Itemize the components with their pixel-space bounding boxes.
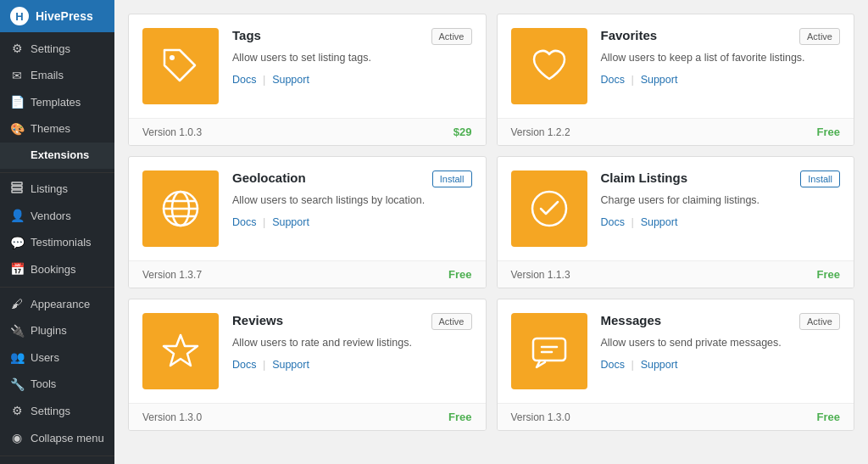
sidebar-item-plugins[interactable]: 🔌 Plugins <box>0 318 114 345</box>
svg-marker-10 <box>164 335 198 366</box>
ext-docs-link[interactable]: Docs <box>232 216 256 228</box>
settings-icon: ⚙ <box>10 41 24 58</box>
ext-icon-heart <box>511 28 587 104</box>
ext-card-top: Messages Active Allow users to send priv… <box>498 299 854 403</box>
ext-price: $29 <box>453 126 472 138</box>
ext-version: Version 1.3.0 <box>511 411 570 423</box>
ext-card-footer: Version 1.3.0 Free <box>129 403 486 430</box>
ext-version: Version 1.2.2 <box>511 126 570 138</box>
ext-support-link[interactable]: Support <box>272 359 309 371</box>
sidebar-item-label: Collapse menu <box>31 431 104 446</box>
sidebar-item-vendors[interactable]: 👤 Vendors <box>0 203 114 230</box>
sidebar-item-label: Tools <box>31 377 56 392</box>
svg-rect-11 <box>533 338 565 361</box>
ext-status-badge[interactable]: Install <box>800 171 840 187</box>
ext-card-footer: Version 1.2.2 Free <box>498 118 854 145</box>
ext-info-header: Claim Listings Install <box>601 171 841 187</box>
ext-title: Claim Listings <box>601 171 688 185</box>
sidebar-item-extensions[interactable]: Extensions <box>0 143 114 168</box>
ext-description: Allow users to send private messages. <box>601 335 841 351</box>
svg-rect-0 <box>12 182 22 185</box>
ext-description: Charge users for claiming listings. <box>601 193 841 209</box>
sidebar-bot-section: 🖌 Appearance 🔌 Plugins 👥 Users 🔧 Tools ⚙… <box>0 288 114 456</box>
sidebar-item-label: Themes <box>31 121 70 137</box>
ext-price: Free <box>448 411 471 423</box>
ext-status-badge: Active <box>799 28 840 45</box>
ext-links: Docs | Support <box>232 73 472 86</box>
ext-info: Geolocation Install Allow users to searc… <box>232 171 472 247</box>
ext-title: Favorites <box>601 28 658 42</box>
ext-version: Version 1.1.3 <box>511 269 570 281</box>
ext-info: Reviews Active Allow users to rate and r… <box>232 313 472 389</box>
sidebar-item-themes[interactable]: 🎨 Themes <box>0 116 114 143</box>
sidebar-item-label: Users <box>31 350 59 366</box>
ext-title: Tags <box>232 28 261 42</box>
ext-docs-link[interactable]: Docs <box>601 216 625 228</box>
ext-price: Free <box>817 268 840 281</box>
ext-links-separator: | <box>632 358 634 371</box>
ext-card-top: Favorites Active Allow users to keep a l… <box>498 14 854 118</box>
ext-status-badge[interactable]: Install <box>432 171 472 187</box>
sidebar-item-label: Testimonials <box>31 235 92 250</box>
extensions-grid: Tags Active Allow users to set listing t… <box>128 14 854 431</box>
ext-description: Allow users to search listings by locati… <box>232 193 472 209</box>
extension-card-reviews: Reviews Active Allow users to rate and r… <box>128 299 487 431</box>
sidebar-item-label: Listings <box>31 182 68 197</box>
appearance-icon: 🖌 <box>10 296 24 313</box>
ext-title: Messages <box>601 313 662 327</box>
sidebar-item-listings[interactable]: Listings <box>0 176 114 204</box>
ext-card-top: Reviews Active Allow users to rate and r… <box>129 299 486 403</box>
ext-icon-star <box>142 313 219 389</box>
ext-version: Version 1.3.0 <box>142 411 202 423</box>
sidebar-item-testimonials[interactable]: 💬 Testimonials <box>0 230 114 257</box>
sidebar-item-templates[interactable]: 📄 Templates <box>0 89 114 116</box>
sidebar-item-bookings[interactable]: 📅 Bookings <box>0 256 114 283</box>
ext-support-link[interactable]: Support <box>641 359 678 371</box>
svg-point-3 <box>170 55 175 60</box>
ext-support-link[interactable]: Support <box>272 216 309 228</box>
sidebar-item-tools[interactable]: 🔧 Tools <box>0 372 114 399</box>
ext-links-separator: | <box>263 215 265 228</box>
ext-support-link[interactable]: Support <box>641 216 678 228</box>
ext-docs-link[interactable]: Docs <box>601 359 625 371</box>
ext-links: Docs | Support <box>232 215 472 228</box>
ext-info-header: Tags Active <box>232 28 472 45</box>
ext-title: Geolocation <box>232 171 306 185</box>
ext-docs-link[interactable]: Docs <box>232 74 256 86</box>
ext-description: Allow users to set listing tags. <box>232 50 472 66</box>
svg-point-9 <box>532 192 566 226</box>
ext-support-link[interactable]: Support <box>641 74 678 86</box>
ext-info: Tags Active Allow users to set listing t… <box>232 28 472 104</box>
settings2-icon: ⚙ <box>10 403 24 420</box>
sidebar-top-section: ⚙ Settings ✉ Emails 📄 Templates 🎨 Themes… <box>0 32 114 173</box>
listings-icon <box>10 182 24 198</box>
ext-links-separator: | <box>263 73 265 86</box>
ext-links-separator: | <box>632 73 634 86</box>
vendors-icon: 👤 <box>10 208 24 225</box>
sidebar-item-appearance[interactable]: 🖌 Appearance <box>0 291 114 318</box>
ext-links: Docs | Support <box>232 358 472 371</box>
testimonials-icon: 💬 <box>10 235 24 252</box>
sidebar-item-users[interactable]: 👥 Users <box>0 344 114 372</box>
svg-rect-2 <box>12 190 22 193</box>
ext-status-badge: Active <box>431 313 472 330</box>
ext-info-header: Favorites Active <box>601 28 841 45</box>
sidebar-item-collapse[interactable]: ◉ Collapse menu <box>0 425 114 452</box>
ext-price: Free <box>817 126 840 138</box>
ext-links: Docs | Support <box>601 73 841 86</box>
ext-status-badge: Active <box>431 28 472 45</box>
ext-docs-link[interactable]: Docs <box>232 359 256 371</box>
ext-info: Claim Listings Install Charge users for … <box>601 171 841 247</box>
logo[interactable]: H HivePress <box>0 0 114 32</box>
ext-support-link[interactable]: Support <box>272 74 309 86</box>
ext-docs-link[interactable]: Docs <box>601 74 625 86</box>
sidebar-item-label: Settings <box>31 404 70 419</box>
collapse-icon: ◉ <box>10 430 24 447</box>
ext-info: Favorites Active Allow users to keep a l… <box>601 28 841 104</box>
sidebar-item-emails[interactable]: ✉ Emails <box>0 63 114 90</box>
sidebar-item-label: Plugins <box>31 323 67 338</box>
plugins-icon: 🔌 <box>10 323 24 340</box>
sidebar-item-settings2[interactable]: ⚙ Settings <box>0 398 114 425</box>
ext-price: Free <box>448 268 471 281</box>
sidebar-item-settings[interactable]: ⚙ Settings <box>0 36 114 63</box>
